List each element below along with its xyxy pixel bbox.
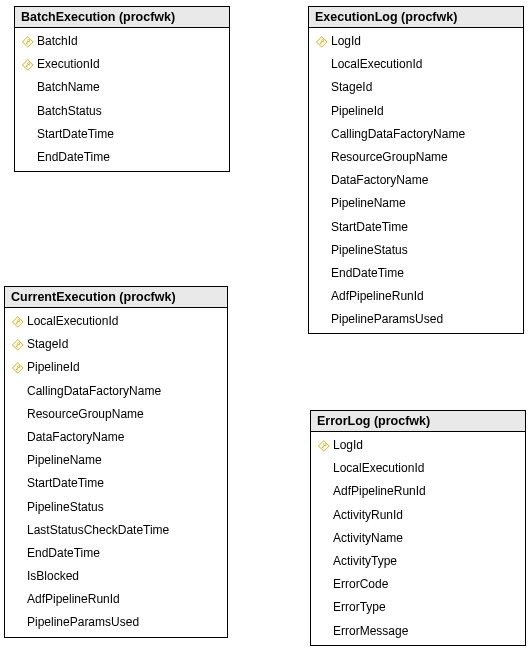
- column-name: ErrorCode: [333, 575, 521, 594]
- table-row[interactable]: LastStatusCheckDateTime: [5, 519, 227, 542]
- table-current-execution[interactable]: CurrentExecution (procfwk)⚿LocalExecutio…: [4, 286, 228, 638]
- table-row[interactable]: EndDateTime: [309, 262, 523, 285]
- table-row[interactable]: PipelineParamsUsed: [5, 611, 227, 634]
- table-row[interactable]: ResourceGroupName: [309, 146, 523, 169]
- table-row[interactable]: DataFactoryName: [309, 169, 523, 192]
- column-name: PipelineName: [331, 194, 519, 213]
- table-row[interactable]: DataFactoryName: [5, 426, 227, 449]
- table-row[interactable]: PipelineParamsUsed: [309, 308, 523, 331]
- table-error-log[interactable]: ErrorLog (procfwk)⚿LogIdLocalExecutionId…: [310, 410, 526, 646]
- table-row[interactable]: BatchName: [15, 76, 229, 99]
- table-row[interactable]: ActivityRunId: [311, 504, 525, 527]
- table-row[interactable]: AdfPipelineRunId: [311, 480, 525, 503]
- table-columns: ⚿LocalExecutionId⚿StageId⚿PipelineIdCall…: [5, 308, 227, 637]
- table-row[interactable]: StartDateTime: [15, 123, 229, 146]
- column-name: StartDateTime: [27, 474, 223, 493]
- column-name: EndDateTime: [37, 148, 225, 167]
- table-row[interactable]: PipelineName: [5, 449, 227, 472]
- key-icon: ⚿: [313, 33, 331, 51]
- table-row[interactable]: CallingDataFactoryName: [309, 123, 523, 146]
- table-row[interactable]: ActivityName: [311, 527, 525, 550]
- table-row[interactable]: ⚿LocalExecutionId: [5, 310, 227, 333]
- table-row[interactable]: PipelineStatus: [309, 239, 523, 262]
- table-header[interactable]: ErrorLog (procfwk): [311, 411, 525, 432]
- column-name: EndDateTime: [331, 264, 519, 283]
- table-execution-log[interactable]: ExecutionLog (procfwk)⚿LogIdLocalExecuti…: [308, 6, 524, 334]
- column-name: ActivityRunId: [333, 506, 521, 525]
- table-row[interactable]: PipelineName: [309, 192, 523, 215]
- table-row[interactable]: ErrorMessage: [311, 620, 525, 643]
- table-row[interactable]: CallingDataFactoryName: [5, 380, 227, 403]
- key-icon: ⚿: [9, 313, 27, 331]
- table-row[interactable]: ActivityType: [311, 550, 525, 573]
- column-name: BatchName: [37, 78, 225, 97]
- column-name: LogId: [331, 32, 519, 51]
- table-columns: ⚿BatchId⚿ExecutionIdBatchNameBatchStatus…: [15, 28, 229, 171]
- table-row[interactable]: EndDateTime: [15, 146, 229, 169]
- primary-key-icon: ⚿: [9, 335, 27, 354]
- column-name: ResourceGroupName: [331, 148, 519, 167]
- table-row[interactable]: ⚿LogId: [311, 434, 525, 457]
- table-row[interactable]: ⚿StageId: [5, 333, 227, 356]
- table-header[interactable]: CurrentExecution (procfwk): [5, 287, 227, 308]
- column-name: EndDateTime: [27, 544, 223, 563]
- key-icon: ⚿: [315, 437, 333, 455]
- table-row[interactable]: IsBlocked: [5, 565, 227, 588]
- table-row[interactable]: ErrorType: [311, 596, 525, 619]
- table-header[interactable]: BatchExecution (procfwk): [15, 7, 229, 28]
- table-row[interactable]: PipelineId: [309, 100, 523, 123]
- table-row[interactable]: ⚿PipelineId: [5, 356, 227, 379]
- table-row[interactable]: BatchStatus: [15, 100, 229, 123]
- primary-key-icon: ⚿: [19, 55, 37, 74]
- primary-key-icon: ⚿: [9, 312, 27, 331]
- table-row[interactable]: AdfPipelineRunId: [5, 588, 227, 611]
- column-name: IsBlocked: [27, 567, 223, 586]
- column-name: DataFactoryName: [27, 428, 223, 447]
- table-batch-execution[interactable]: BatchExecution (procfwk)⚿BatchId⚿Executi…: [14, 6, 230, 172]
- column-name: PipelineParamsUsed: [27, 613, 223, 632]
- table-row[interactable]: ErrorCode: [311, 573, 525, 596]
- column-name: ActivityName: [333, 529, 521, 548]
- column-name: LocalExecutionId: [331, 55, 519, 74]
- primary-key-icon: ⚿: [315, 436, 333, 455]
- column-name: ErrorMessage: [333, 622, 521, 641]
- table-row[interactable]: StartDateTime: [5, 472, 227, 495]
- key-icon: ⚿: [19, 56, 37, 74]
- table-row[interactable]: ResourceGroupName: [5, 403, 227, 426]
- column-name: DataFactoryName: [331, 171, 519, 190]
- table-row[interactable]: StartDateTime: [309, 216, 523, 239]
- column-name: BatchStatus: [37, 102, 225, 121]
- table-header[interactable]: ExecutionLog (procfwk): [309, 7, 523, 28]
- table-row[interactable]: AdfPipelineRunId: [309, 285, 523, 308]
- table-row[interactable]: ⚿LogId: [309, 30, 523, 53]
- primary-key-icon: ⚿: [9, 358, 27, 377]
- table-row[interactable]: StageId: [309, 76, 523, 99]
- column-name: LastStatusCheckDateTime: [27, 521, 223, 540]
- table-columns: ⚿LogIdLocalExecutionIdStageIdPipelineIdC…: [309, 28, 523, 333]
- column-name: ExecutionId: [37, 55, 225, 74]
- column-name: LogId: [333, 436, 521, 455]
- key-icon: ⚿: [19, 33, 37, 51]
- table-row[interactable]: LocalExecutionId: [311, 457, 525, 480]
- column-name: CallingDataFactoryName: [27, 382, 223, 401]
- table-row[interactable]: LocalExecutionId: [309, 53, 523, 76]
- table-row[interactable]: ⚿BatchId: [15, 30, 229, 53]
- column-name: StartDateTime: [331, 218, 519, 237]
- column-name: AdfPipelineRunId: [27, 590, 223, 609]
- table-row[interactable]: EndDateTime: [5, 542, 227, 565]
- column-name: PipelineStatus: [331, 241, 519, 260]
- primary-key-icon: ⚿: [313, 32, 331, 51]
- column-name: PipelineId: [331, 102, 519, 121]
- column-name: LocalExecutionId: [333, 459, 521, 478]
- table-row[interactable]: ⚿ExecutionId: [15, 53, 229, 76]
- column-name: BatchId: [37, 32, 225, 51]
- column-name: ErrorType: [333, 598, 521, 617]
- column-name: StartDateTime: [37, 125, 225, 144]
- column-name: PipelineId: [27, 358, 223, 377]
- column-name: PipelineParamsUsed: [331, 310, 519, 329]
- table-row[interactable]: PipelineStatus: [5, 496, 227, 519]
- key-icon: ⚿: [9, 359, 27, 377]
- key-icon: ⚿: [9, 336, 27, 354]
- column-name: LocalExecutionId: [27, 312, 223, 331]
- column-name: PipelineStatus: [27, 498, 223, 517]
